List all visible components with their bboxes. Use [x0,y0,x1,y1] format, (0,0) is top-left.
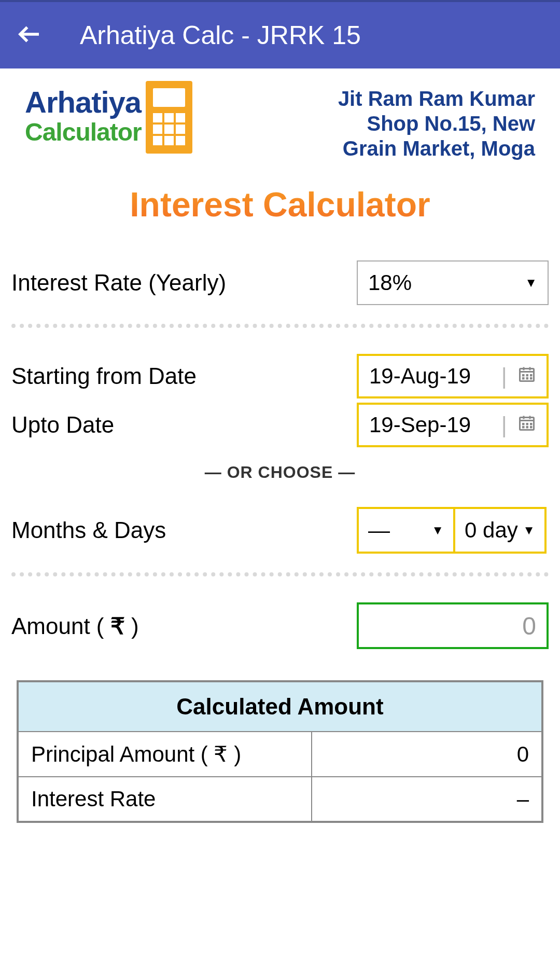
svg-rect-31 [530,426,533,429]
divider [11,324,549,328]
svg-rect-29 [522,426,525,429]
app-logo: Arhatiya Calculator [25,81,192,154]
section-title: Interest Calculator [11,180,549,260]
amount-input[interactable]: 0 [357,602,549,649]
app-header: Arhatiya Calc - JRRK 15 [0,0,560,68]
result-label: Principal Amount ( ₹ ) [18,732,312,777]
separator: | [501,412,507,438]
upto-date-label: Upto Date [11,412,114,438]
svg-rect-3 [153,113,162,122]
calendar-icon [517,412,536,437]
svg-rect-19 [522,377,525,380]
svg-rect-27 [526,423,529,425]
svg-rect-2 [153,88,185,107]
months-value: — [368,518,390,543]
back-arrow-icon[interactable] [16,20,44,50]
svg-rect-9 [153,136,162,145]
svg-rect-17 [526,374,529,377]
result-value: – [312,777,542,822]
shop-line-3: Grain Market, Moga [338,136,535,161]
amount-value: 0 [522,612,536,640]
svg-rect-20 [526,377,529,380]
svg-rect-16 [522,374,525,377]
svg-rect-30 [526,426,529,429]
svg-rect-8 [176,125,185,134]
shop-line-2: Shop No.15, New [338,111,535,136]
page-title: Arhatiya Calc - JRRK 15 [80,20,361,50]
svg-rect-4 [164,113,174,122]
shop-info: Jit Ram Ram Kumar Shop No.15, New Grain … [338,81,535,161]
days-value: 0 day [465,518,518,543]
results-table: Calculated Amount Principal Amount ( ₹ )… [17,680,543,823]
days-select[interactable]: 0 day ▼ [453,507,547,554]
chevron-down-icon: ▼ [525,276,537,290]
start-date-value: 19-Aug-19 [369,364,491,389]
svg-rect-5 [176,113,185,122]
svg-rect-26 [522,423,525,425]
rate-label: Interest Rate (Yearly) [11,270,226,296]
divider [11,572,549,576]
calendar-icon [517,364,536,389]
logo-word-2: Calculator [25,117,142,147]
upto-date-input[interactable]: 19-Sep-19 | [357,403,549,447]
rate-select[interactable]: 18% ▼ [357,260,549,305]
svg-rect-28 [530,423,533,425]
upto-date-value: 19-Sep-19 [369,412,491,437]
start-date-input[interactable]: 19-Aug-19 | [357,354,549,398]
svg-rect-6 [153,125,162,134]
logo-word-1: Arhatiya [25,87,142,117]
months-select[interactable]: — ▼ [357,507,455,554]
start-date-label: Starting from Date [11,363,197,389]
separator: | [501,363,507,389]
chevron-down-icon: ▼ [431,523,444,538]
table-row: Interest Rate – [18,777,542,822]
results-title: Calculated Amount [18,681,542,732]
or-choose-label: — OR CHOOSE — [11,463,549,482]
svg-rect-18 [530,374,533,377]
svg-rect-11 [176,136,185,145]
brand-row: Arhatiya Calculator [11,68,549,180]
svg-rect-21 [530,377,533,380]
svg-rect-10 [164,136,174,145]
result-label: Interest Rate [18,777,312,822]
months-days-label: Months & Days [11,517,166,543]
svg-rect-7 [164,125,174,134]
result-value: 0 [312,732,542,777]
amount-label: Amount ( ₹ ) [11,613,139,639]
shop-line-1: Jit Ram Ram Kumar [338,86,535,111]
chevron-down-icon: ▼ [523,523,535,538]
calculator-icon [146,81,192,154]
table-row: Principal Amount ( ₹ ) 0 [18,732,542,777]
rate-value: 18% [368,270,412,295]
